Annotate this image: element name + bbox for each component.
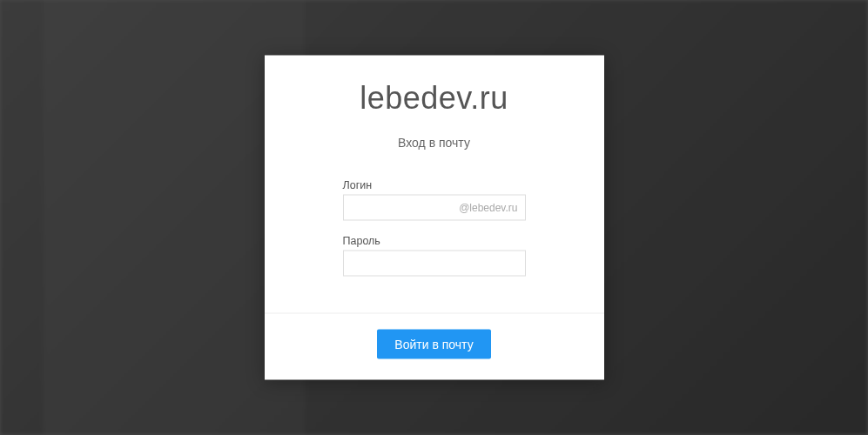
submit-button[interactable]: Войти в почту: [377, 330, 490, 359]
login-label: Логин: [343, 179, 526, 191]
login-field-group: Логин @lebedev.ru: [343, 179, 526, 221]
login-input-wrap: @lebedev.ru: [343, 195, 526, 221]
password-input-wrap: [343, 251, 526, 277]
modal-footer: Войти в почту: [265, 313, 604, 380]
modal-subtitle: Вход в почту: [265, 136, 604, 150]
password-field-group: Пароль: [343, 235, 526, 277]
site-title: lebedev.ru: [265, 80, 604, 117]
form-body: Логин @lebedev.ru Пароль: [265, 167, 604, 313]
password-label: Пароль: [343, 235, 526, 247]
password-input[interactable]: [344, 251, 525, 276]
login-input[interactable]: [344, 196, 525, 220]
modal-header: lebedev.ru Вход в почту: [265, 56, 604, 167]
login-modal: lebedev.ru Вход в почту Логин @lebedev.r…: [265, 56, 604, 380]
